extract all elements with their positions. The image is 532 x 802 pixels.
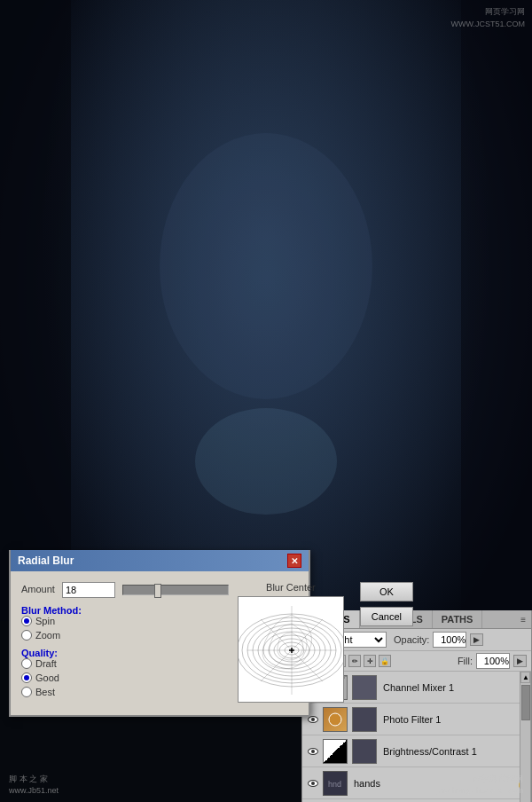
- svg-text:hnd: hnd: [328, 780, 341, 789]
- layer-thumb2-brightness-contrast: [352, 739, 377, 764]
- layer-thumb-photo-filter: [323, 707, 348, 732]
- blur-center-section: Blur Center: [238, 582, 344, 704]
- tab-paths[interactable]: PATHS: [433, 610, 483, 628]
- layer-thumb-brightness-contrast: [323, 739, 348, 764]
- blur-method-section: Blur Method: Spin Zoom: [21, 605, 229, 641]
- quality-title: Quality:: [21, 648, 58, 658]
- amount-input[interactable]: [62, 582, 115, 598]
- opacity-input[interactable]: [433, 632, 466, 648]
- amount-row: Amount: [21, 582, 229, 598]
- draft-label: Draft: [35, 658, 57, 669]
- zoom-radio-row: Zoom: [21, 630, 229, 641]
- best-label: Best: [35, 687, 55, 697]
- layer-eye-hands[interactable]: [306, 776, 320, 790]
- layers-panel-menu[interactable]: ≡: [515, 613, 531, 626]
- watermark-top-right: 网页学习网 WWW.JCST51.COM: [451, 5, 526, 30]
- spin-radio-row: Spin: [21, 616, 229, 626]
- svg-point-9: [329, 713, 341, 726]
- cancel-button[interactable]: Cancel: [360, 607, 413, 626]
- dialog-close-button[interactable]: ✕: [287, 554, 301, 568]
- watermark-bottom-right: 查字典.教程网 jiaocheng.chazidian.com: [435, 774, 523, 797]
- ok-button[interactable]: OK: [360, 582, 413, 602]
- dialog-title: Radial Blur: [18, 554, 74, 567]
- radial-blur-dialog: Radial Blur ✕ Amount Blur Method: Spin: [9, 550, 310, 717]
- layer-row-photo-filter[interactable]: Photo Filter 1: [302, 704, 530, 735]
- watermark-bottom-left: 脚 本 之 家 www.Jb51.net: [9, 774, 59, 797]
- good-label: Good: [35, 672, 59, 683]
- zoom-radio[interactable]: [21, 630, 32, 641]
- layer-row-brightness-contrast[interactable]: Brightness/Contrast 1: [302, 735, 530, 767]
- amount-label: Amount: [21, 584, 55, 594]
- blur-center-title: Blur Center: [238, 582, 344, 593]
- blur-center-canvas[interactable]: [238, 596, 344, 703]
- scroll-up-arrow[interactable]: ▲: [520, 672, 530, 683]
- opacity-arrow[interactable]: ▶: [470, 633, 483, 646]
- amount-slider[interactable]: [122, 585, 229, 595]
- layer-name-photo-filter: Photo Filter 1: [383, 714, 527, 725]
- spin-label: Spin: [35, 616, 55, 626]
- dialog-left-panel: Amount Blur Method: Spin Zoom: [21, 582, 229, 704]
- good-radio-row: Good: [21, 672, 229, 683]
- fill-arrow[interactable]: ▶: [513, 655, 527, 667]
- good-radio[interactable]: [21, 672, 32, 683]
- blur-method-title: Blur Method:: [21, 605, 82, 616]
- layer-thumb-hands: hnd: [323, 771, 348, 796]
- fill-input[interactable]: [476, 653, 510, 669]
- best-radio-row: Best: [21, 687, 229, 697]
- best-radio[interactable]: [21, 687, 32, 697]
- layer-thumb2-photo-filter: [352, 707, 377, 732]
- spin-radio[interactable]: [21, 616, 32, 626]
- layer-name-brightness-contrast: Brightness/Contrast 1: [383, 746, 527, 757]
- scroll-thumb[interactable]: [521, 685, 530, 720]
- fill-label: Fill:: [458, 656, 473, 666]
- amount-slider-thumb: [154, 584, 161, 598]
- draft-radio[interactable]: [21, 658, 32, 669]
- zoom-label: Zoom: [35, 630, 60, 641]
- layer-eye-brightness-contrast[interactable]: [306, 744, 320, 759]
- quality-section: Quality: Draft Good Best: [21, 648, 229, 697]
- draft-radio-row: Draft: [21, 658, 229, 669]
- dialog-body: Amount Blur Method: Spin Zoom: [11, 571, 309, 715]
- dialog-titlebar[interactable]: Radial Blur ✕: [11, 550, 309, 571]
- dialog-buttons: OK Cancel: [360, 582, 413, 704]
